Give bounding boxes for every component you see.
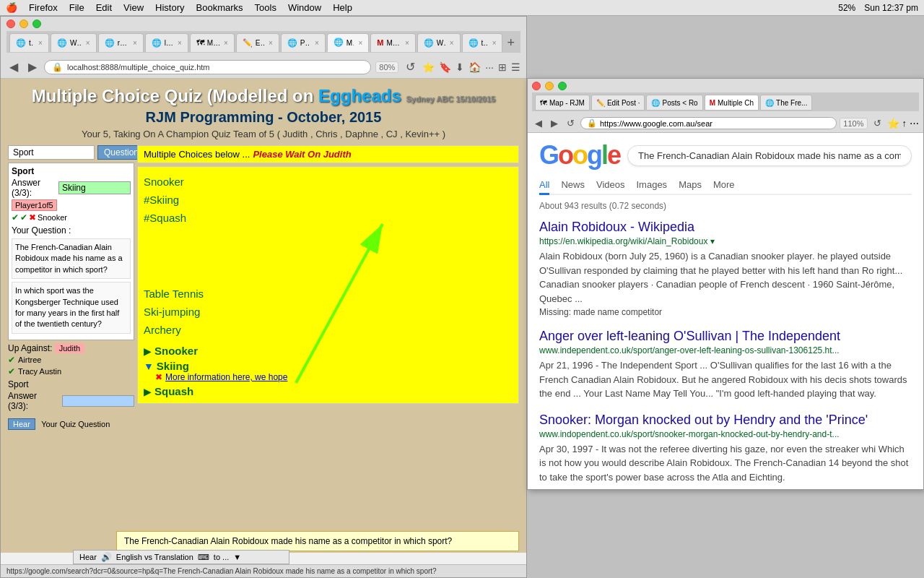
history-menu[interactable]: History <box>155 2 184 13</box>
result-title-0[interactable]: Alain Robidoux - Wikipedia <box>539 220 912 235</box>
tab2-1[interactable]: ✏️ Edit Post · <box>591 95 645 111</box>
google-search-input[interactable] <box>627 145 912 166</box>
result-title-1[interactable]: Anger over left-leaning O'Sullivan | The… <box>539 329 912 344</box>
tab2-4[interactable]: 🌐 The Fre... <box>760 95 812 111</box>
tab-close-10[interactable]: × <box>492 39 497 47</box>
window-menu[interactable]: Window <box>288 2 321 13</box>
close-button[interactable] <box>6 20 15 28</box>
tab-5[interactable]: ✏️ Edit Post · × <box>236 33 279 52</box>
forward-button-2[interactable]: ▶ <box>548 116 561 130</box>
expanded-snooker-label[interactable]: Snooker <box>154 345 198 357</box>
tab-close-5[interactable]: × <box>269 39 273 47</box>
zoom-indicator[interactable]: 80% <box>375 61 398 73</box>
firefox-menu[interactable]: Firefox <box>29 2 58 13</box>
choice-table-tennis[interactable]: Table Tennis <box>144 285 513 303</box>
tab-favicon-10: 🌐 <box>468 38 479 48</box>
tab2-3[interactable]: M Multiple Ch <box>705 95 759 111</box>
menu-icon[interactable]: ☰ <box>511 61 520 73</box>
quiz-header: Multiple Choice Quiz (Modelled on Egghea… <box>8 86 519 139</box>
tab-close-9[interactable]: × <box>450 39 454 47</box>
answer-input-1[interactable] <box>58 181 131 194</box>
share-icon-2[interactable]: ↑ <box>902 118 907 129</box>
tab-close-2[interactable]: × <box>133 39 137 47</box>
search-tab-images[interactable]: Images <box>636 176 667 194</box>
tab-close-7[interactable]: × <box>358 39 362 47</box>
back-button[interactable]: ◀ <box>6 59 21 75</box>
tab-close-3[interactable]: × <box>178 39 182 47</box>
home-icon[interactable]: 🏠 <box>468 61 481 73</box>
tracy-name: Tracy Austin <box>18 367 61 376</box>
tools-menu[interactable]: Tools <box>255 2 276 13</box>
answer-input-2[interactable] <box>62 395 134 407</box>
tab-close-0[interactable]: × <box>38 39 43 47</box>
close-button-2[interactable] <box>532 82 541 90</box>
translation-dropdown[interactable]: ▼ <box>233 553 241 561</box>
tab-close-6[interactable]: × <box>315 39 319 47</box>
result-title-2[interactable]: Snooker: Morgan knocked out by Hendry an… <box>539 413 912 428</box>
choice-archery[interactable]: Archery <box>144 321 513 339</box>
tab-close-4[interactable]: × <box>224 39 228 47</box>
reload-btn-2[interactable]: ↺ <box>871 116 884 130</box>
battery-indicator: 52% <box>838 3 855 13</box>
help-menu[interactable]: Help <box>333 2 352 13</box>
tab-8[interactable]: M Multiple Ch × <box>370 33 416 52</box>
tab-10[interactable]: 🌐 text-style × <box>462 33 503 52</box>
view-menu[interactable]: View <box>123 2 144 13</box>
tab-6[interactable]: 🌐 Posts < Ro × <box>281 33 326 52</box>
minimize-button[interactable] <box>19 20 28 28</box>
expanded-skiing-label[interactable]: Skiing <box>157 360 189 372</box>
new-tab-button[interactable]: + <box>504 35 518 51</box>
bookmark-icon[interactable]: 🔖 <box>439 61 451 73</box>
tab2-favicon-2: 🌐 <box>651 99 660 107</box>
menu-icon-2[interactable]: ⋯ <box>910 118 919 129</box>
tab-9[interactable]: 🌐 Who direc × <box>417 33 461 52</box>
tab-close-1[interactable]: × <box>86 39 90 47</box>
bookmark-star-2[interactable]: ⭐ <box>887 118 899 129</box>
tab-1[interactable]: 🌐 Who was M × <box>51 33 97 52</box>
choice-snooker[interactable]: Snooker <box>144 173 513 191</box>
edit-menu[interactable]: Edit <box>96 2 112 13</box>
back-button-2[interactable]: ◀ <box>532 116 545 130</box>
apple-menu[interactable]: 🍎 <box>6 2 17 13</box>
page-content: Multiple Choice Quiz (Modelled on Egghea… <box>1 79 526 553</box>
more-info-link[interactable]: More information here, we hope <box>165 372 287 382</box>
choice-squash[interactable]: #Squash <box>144 209 513 227</box>
tab-3[interactable]: 🌐 london lati × <box>145 33 188 52</box>
more-icon[interactable]: ··· <box>485 61 494 73</box>
category-input[interactable] <box>8 145 95 160</box>
hear-button[interactable]: Hear <box>8 418 35 430</box>
tab-2[interactable]: 🌐 rjmprogram × <box>98 33 144 52</box>
tab-4[interactable]: 🗺 Map - RJM × <box>190 33 235 52</box>
minimize-button-2[interactable] <box>545 82 554 90</box>
forward-button[interactable]: ▶ <box>25 59 40 75</box>
bookmarks-menu[interactable]: Bookmarks <box>196 2 243 13</box>
address-bar-2[interactable]: 🔒 https://www.google.com.au/sear <box>580 117 837 129</box>
result-dropdown-0[interactable]: ▾ <box>710 236 715 246</box>
search-tab-news[interactable]: News <box>561 176 585 194</box>
tab-close-8[interactable]: × <box>405 39 409 47</box>
translation-hear[interactable]: Hear <box>79 553 97 561</box>
address-bar[interactable]: 🔒 localhost:8888/multiple_choice_quiz.ht… <box>44 60 371 74</box>
tab2-0[interactable]: 🗺 Map - RJM <box>535 95 590 111</box>
tab2-2[interactable]: 🌐 Posts < Ro <box>646 95 702 111</box>
choice-skiing[interactable]: #Skiing <box>144 191 513 209</box>
tab-0[interactable]: 🌐 tain's G: × <box>9 33 49 52</box>
reload-button[interactable]: ↺ <box>403 59 418 75</box>
search-tab-more[interactable]: More <box>713 176 735 194</box>
search-tab-videos[interactable]: Videos <box>596 176 625 194</box>
file-menu[interactable]: File <box>69 2 84 13</box>
your-quiz-question-btn[interactable]: Your Quiz Question <box>38 418 113 430</box>
maximize-button[interactable] <box>32 20 41 28</box>
tab-7[interactable]: 🌐 Multiple... × <box>327 33 369 52</box>
bookmark-star-icon[interactable]: ⭐ <box>422 61 435 73</box>
expanded-squash-label[interactable]: Squash <box>154 385 193 397</box>
search-tab-all[interactable]: All <box>539 176 549 195</box>
reload-button-2[interactable]: ↺ <box>564 116 578 130</box>
download-icon[interactable]: ⬇ <box>456 61 464 73</box>
search-tab-maps[interactable]: Maps <box>679 176 702 194</box>
grid-icon[interactable]: ⊞ <box>498 61 507 73</box>
choice-ski-jumping[interactable]: Ski-jumping <box>144 303 513 321</box>
eggheads-link[interactable]: Eggheads <box>318 86 401 105</box>
zoom-indicator-2[interactable]: 110% <box>840 118 867 129</box>
maximize-button-2[interactable] <box>558 82 567 90</box>
